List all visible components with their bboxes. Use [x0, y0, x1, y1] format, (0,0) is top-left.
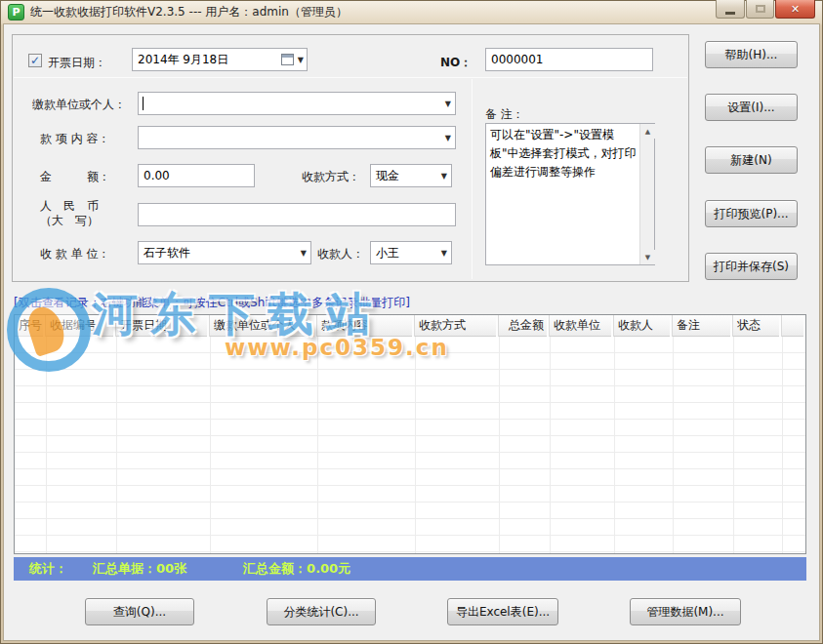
column-header-item[interactable]: 款项内容 — [317, 315, 415, 337]
chevron-down-icon[interactable]: ▼ — [301, 242, 307, 263]
rmb-capital-input[interactable] — [138, 203, 456, 226]
new-button[interactable]: 新建(N) — [705, 146, 798, 174]
column-header-remark[interactable]: 备注 — [673, 315, 733, 337]
app-window: P 统一收款收据打印软件V2.3.5 --- 用户名：admin（管理员） ✕ … — [0, 0, 823, 644]
scroll-up-icon: ▲ — [645, 128, 650, 136]
window-title: 统一收款收据打印软件V2.3.5 --- 用户名：admin（管理员） — [30, 0, 348, 24]
payer-combobox[interactable]: ▼ — [138, 92, 456, 115]
receipt-no-value: 0000001 — [491, 53, 543, 66]
grid-line — [673, 337, 674, 553]
check-icon: ✓ — [30, 56, 40, 65]
close-button[interactable]: ✕ — [775, 0, 815, 19]
calendar-icon — [281, 54, 294, 65]
date-label: 开票日期： — [48, 55, 106, 71]
remark-textarea[interactable]: 可以在"设置"->"设置模板"中选择套打模式，对打印偏差进行调整等操作 ▲ ▼ — [485, 123, 655, 265]
invoice-date-picker[interactable]: 2014年 9月18日 ▼ — [132, 48, 308, 71]
table-header: 序号 收据编号 开票日期 缴款单位或个人 款项内容 收款方式 总金额 收款单位 … — [15, 315, 805, 337]
minimize-icon — [725, 12, 735, 15]
calendar-dropdown[interactable]: ▼ — [281, 49, 304, 70]
payer-label: 缴款单位或个人： — [32, 97, 126, 113]
panel-separator — [14, 77, 687, 78]
grid-line — [733, 337, 734, 553]
app-icon: P — [8, 4, 24, 20]
print-save-button[interactable]: 打印并保存(S) — [705, 253, 798, 280]
column-header-payee[interactable]: 收款人 — [614, 315, 673, 337]
export-excel-button[interactable]: 导出Excel表(E)... — [447, 598, 558, 625]
manage-data-button[interactable]: 管理数据(M)... — [630, 598, 741, 625]
column-header-method[interactable]: 收款方式 — [415, 315, 499, 337]
item-combobox[interactable]: ▼ — [138, 126, 456, 149]
title-bar[interactable]: P 统一收款收据打印软件V2.3.5 --- 用户名：admin（管理员） ✕ — [0, 0, 823, 24]
method-combobox[interactable]: 现金 ▼ — [370, 164, 452, 187]
chevron-down-icon[interactable]: ▼ — [445, 127, 451, 148]
payee-combobox[interactable]: 小王 ▼ — [370, 241, 452, 264]
grid-line — [46, 337, 47, 553]
payee-value: 小王 — [376, 245, 399, 262]
grid-line — [415, 337, 416, 553]
print-preview-button[interactable]: 打印预览(P)... — [705, 200, 798, 227]
remark-scrollbar[interactable]: ▲ ▼ — [639, 124, 654, 264]
minimize-button[interactable] — [716, 0, 745, 19]
chevron-down-icon[interactable]: ▼ — [441, 242, 447, 263]
amount-value: 0.00 — [144, 169, 170, 182]
method-label: 收款方式： — [302, 169, 360, 185]
remark-label: 备 注： — [485, 106, 524, 123]
column-header-status[interactable]: 状态 — [733, 315, 782, 337]
rmb-label-line2: （大 写） — [40, 213, 99, 229]
column-header-receipt-no[interactable]: 收据编号 — [46, 315, 116, 337]
maximize-button[interactable] — [746, 0, 774, 19]
chevron-down-icon: ▼ — [298, 56, 304, 64]
stats-prefix: 统计： — [29, 560, 67, 578]
grid-line — [614, 337, 615, 553]
receipt-no-input[interactable]: 0000001 — [485, 48, 653, 71]
no-label: NO： — [440, 55, 472, 71]
stats-bar: 统计： 汇总单据：00张 汇总金额：0.00元 — [14, 557, 806, 581]
table-body[interactable] — [15, 337, 805, 553]
chevron-down-icon[interactable]: ▼ — [445, 93, 451, 114]
app-icon-letter: P — [12, 6, 20, 19]
hint-text: [双击查看记录；右键功能菜单；可按住Ctrl或Shift键选中多条记录批量打印] — [14, 295, 410, 311]
payee-label: 收款人： — [317, 246, 364, 262]
maximize-icon — [756, 5, 765, 13]
grid-line — [116, 337, 117, 553]
grid-line — [210, 337, 211, 553]
remark-text: 可以在"设置"->"设置模板"中选择套打模式，对打印偏差进行调整等操作 — [490, 126, 637, 181]
close-icon: ✕ — [791, 3, 800, 16]
settings-button[interactable]: 设置(I)... — [705, 94, 798, 121]
method-value: 现金 — [376, 168, 399, 184]
column-header-index[interactable]: 序号 — [15, 315, 46, 337]
chevron-down-icon[interactable]: ▼ — [441, 165, 447, 186]
help-button[interactable]: 帮助(H)... — [705, 41, 798, 68]
scroll-up-button[interactable]: ▲ — [640, 124, 655, 139]
invoice-form-panel: ✓ 开票日期： 2014年 9月18日 ▼ NO： 0000001 缴款单位或个… — [12, 34, 689, 282]
column-header-date[interactable]: 开票日期 — [116, 315, 210, 337]
panel-vertical-divider — [472, 79, 473, 279]
grid-line — [550, 337, 551, 553]
column-header-filler — [782, 315, 805, 337]
category-stats-button[interactable]: 分类统计(C)... — [267, 598, 376, 625]
payee-unit-combobox[interactable]: 石子软件 ▼ — [138, 241, 311, 264]
invoice-date-value: 2014年 9月18日 — [138, 52, 228, 68]
text-caret — [143, 97, 144, 110]
column-header-total[interactable]: 总金额 — [499, 315, 550, 337]
stats-doc-count: 汇总单据：00张 — [93, 560, 186, 578]
amount-input[interactable]: 0.00 — [138, 164, 255, 187]
grid-line — [317, 337, 318, 553]
stats-total-amount: 汇总金额：0.00元 — [243, 560, 350, 578]
column-header-payee-unit[interactable]: 收款单位 — [550, 315, 614, 337]
scroll-down-button[interactable]: ▼ — [640, 250, 655, 264]
client-area: ✓ 开票日期： 2014年 9月18日 ▼ NO： 0000001 缴款单位或个… — [4, 24, 819, 640]
item-label: 款 项 内 容： — [40, 131, 109, 147]
date-checkbox[interactable]: ✓ — [28, 54, 42, 67]
amount-label: 金 额： — [40, 169, 110, 185]
grid-line — [499, 337, 500, 553]
records-table: 序号 收据编号 开票日期 缴款单位或个人 款项内容 收款方式 总金额 收款单位 … — [14, 314, 806, 554]
scroll-down-icon: ▼ — [645, 254, 650, 262]
column-header-payer[interactable]: 缴款单位或个人 — [210, 315, 317, 337]
grid-line — [782, 337, 783, 553]
payee-unit-value: 石子软件 — [144, 245, 190, 262]
query-button[interactable]: 查询(Q)... — [85, 598, 194, 625]
payee-unit-label: 收 款 单 位： — [40, 246, 109, 262]
